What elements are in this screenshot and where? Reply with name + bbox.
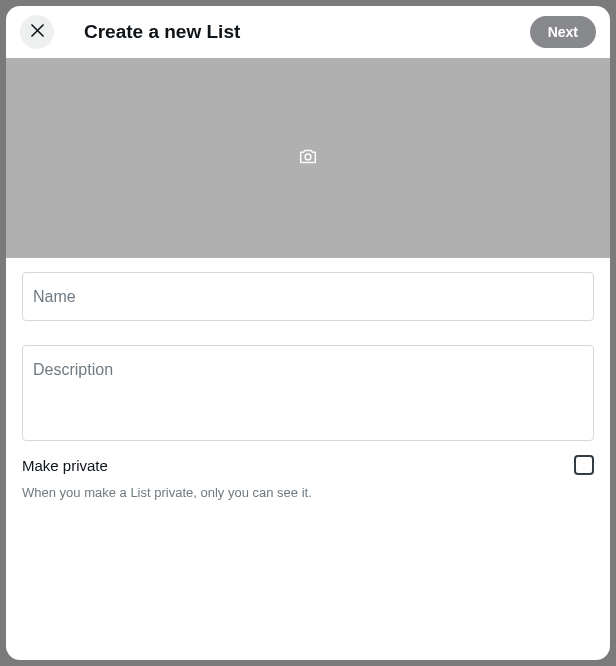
create-list-modal: Create a new List Next Name Description … (6, 6, 610, 660)
privacy-label: Make private (22, 457, 108, 474)
name-label: Name (33, 287, 583, 306)
banner-upload-area[interactable] (6, 58, 610, 258)
description-field[interactable]: Description (22, 345, 594, 441)
privacy-section: Make private When you make a List privat… (6, 441, 610, 510)
privacy-help-text: When you make a List private, only you c… (22, 485, 594, 500)
close-icon (28, 21, 47, 43)
description-label: Description (33, 360, 583, 379)
svg-point-0 (305, 154, 311, 160)
close-button[interactable] (20, 15, 54, 49)
form-area: Name Description (6, 258, 610, 441)
name-field[interactable]: Name (22, 272, 594, 321)
next-button[interactable]: Next (530, 16, 596, 48)
camera-icon (297, 145, 319, 171)
modal-title: Create a new List (84, 21, 530, 43)
privacy-row: Make private (22, 455, 594, 475)
private-checkbox[interactable] (574, 455, 594, 475)
modal-header: Create a new List Next (6, 6, 610, 58)
